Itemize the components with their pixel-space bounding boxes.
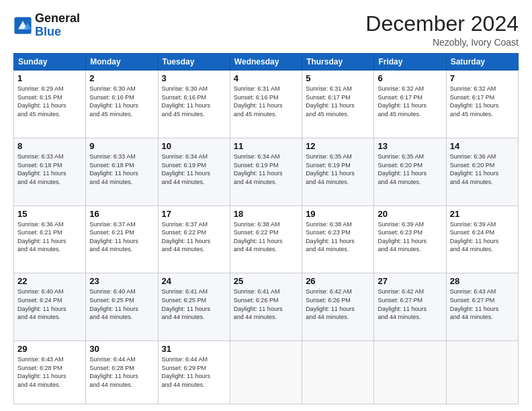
day-number: 11 (234, 141, 298, 151)
table-row: 10Sunrise: 6:34 AM Sunset: 6:19 PM Dayli… (158, 138, 230, 205)
day-number: 5 (306, 73, 370, 83)
day-info: Sunrise: 6:42 AM Sunset: 6:27 PM Dayligh… (378, 287, 442, 321)
col-saturday: Saturday (446, 54, 518, 71)
day-number: 10 (162, 141, 226, 151)
day-info: Sunrise: 6:36 AM Sunset: 6:20 PM Dayligh… (450, 152, 515, 186)
col-monday: Monday (86, 54, 158, 71)
day-info: Sunrise: 6:29 AM Sunset: 6:15 PM Dayligh… (17, 85, 82, 118)
table-row: 26Sunrise: 6:42 AM Sunset: 6:26 PM Dayli… (302, 273, 374, 341)
day-number: 19 (306, 209, 370, 219)
day-number: 28 (450, 276, 515, 286)
day-info: Sunrise: 6:40 AM Sunset: 6:25 PM Dayligh… (89, 287, 154, 321)
day-info: Sunrise: 6:37 AM Sunset: 6:21 PM Dayligh… (89, 220, 154, 254)
table-row (230, 341, 302, 404)
day-info: Sunrise: 6:41 AM Sunset: 6:26 PM Dayligh… (234, 287, 298, 321)
day-number: 4 (234, 73, 298, 83)
col-thursday: Thursday (302, 54, 374, 71)
table-row: 31Sunrise: 6:44 AM Sunset: 6:29 PM Dayli… (158, 341, 230, 404)
calendar-page: General Blue December 2024 Nezobly, Ivor… (0, 0, 532, 411)
day-number: 18 (234, 209, 298, 219)
day-number: 29 (17, 344, 82, 354)
table-row: 4Sunrise: 6:31 AM Sunset: 6:16 PM Daylig… (230, 71, 302, 138)
day-number: 12 (306, 141, 370, 151)
title-area: December 2024 Nezobly, Ivory Coast (365, 12, 519, 48)
table-row: 13Sunrise: 6:35 AM Sunset: 6:20 PM Dayli… (374, 138, 446, 205)
day-number: 27 (378, 276, 442, 286)
month-title: December 2024 (365, 12, 519, 36)
day-number: 24 (162, 276, 226, 286)
day-info: Sunrise: 6:38 AM Sunset: 6:22 PM Dayligh… (234, 220, 298, 254)
table-row: 9Sunrise: 6:33 AM Sunset: 6:18 PM Daylig… (86, 138, 158, 205)
day-number: 15 (17, 209, 82, 219)
day-number: 17 (162, 209, 226, 219)
day-info: Sunrise: 6:39 AM Sunset: 6:23 PM Dayligh… (378, 220, 442, 254)
table-row: 2Sunrise: 6:30 AM Sunset: 6:16 PM Daylig… (86, 71, 158, 138)
table-row (374, 341, 446, 404)
day-info: Sunrise: 6:36 AM Sunset: 6:21 PM Dayligh… (17, 220, 82, 254)
table-row: 24Sunrise: 6:41 AM Sunset: 6:25 PM Dayli… (158, 273, 230, 341)
day-number: 7 (450, 73, 515, 83)
day-number: 8 (17, 141, 82, 151)
table-row: 18Sunrise: 6:38 AM Sunset: 6:22 PM Dayli… (230, 205, 302, 273)
day-info: Sunrise: 6:40 AM Sunset: 6:24 PM Dayligh… (17, 287, 82, 321)
day-number: 26 (306, 276, 370, 286)
day-number: 30 (89, 344, 154, 354)
table-row: 28Sunrise: 6:43 AM Sunset: 6:27 PM Dayli… (446, 273, 518, 341)
day-number: 1 (17, 73, 82, 83)
day-number: 14 (450, 141, 515, 151)
table-row: 1Sunrise: 6:29 AM Sunset: 6:15 PM Daylig… (14, 71, 86, 138)
day-number: 9 (89, 141, 154, 151)
table-row: 27Sunrise: 6:42 AM Sunset: 6:27 PM Dayli… (374, 273, 446, 341)
table-row: 15Sunrise: 6:36 AM Sunset: 6:21 PM Dayli… (14, 205, 86, 273)
day-info: Sunrise: 6:30 AM Sunset: 6:16 PM Dayligh… (89, 85, 154, 118)
table-row: 3Sunrise: 6:30 AM Sunset: 6:16 PM Daylig… (158, 71, 230, 138)
day-number: 2 (89, 73, 154, 83)
day-number: 21 (450, 209, 515, 219)
logo-icon (13, 16, 32, 35)
table-row: 12Sunrise: 6:35 AM Sunset: 6:19 PM Dayli… (302, 138, 374, 205)
day-info: Sunrise: 6:44 AM Sunset: 6:28 PM Dayligh… (89, 355, 154, 389)
table-row: 21Sunrise: 6:39 AM Sunset: 6:24 PM Dayli… (446, 205, 518, 273)
calendar-table: Sunday Monday Tuesday Wednesday Thursday… (13, 53, 519, 404)
table-row: 14Sunrise: 6:36 AM Sunset: 6:20 PM Dayli… (446, 138, 518, 205)
day-info: Sunrise: 6:42 AM Sunset: 6:26 PM Dayligh… (306, 287, 370, 321)
table-row: 29Sunrise: 6:43 AM Sunset: 6:28 PM Dayli… (14, 341, 86, 404)
day-info: Sunrise: 6:35 AM Sunset: 6:19 PM Dayligh… (306, 152, 370, 186)
day-info: Sunrise: 6:38 AM Sunset: 6:23 PM Dayligh… (306, 220, 370, 254)
logo: General Blue (13, 12, 80, 39)
table-row (446, 341, 518, 404)
day-info: Sunrise: 6:33 AM Sunset: 6:18 PM Dayligh… (89, 152, 154, 186)
table-row: 11Sunrise: 6:34 AM Sunset: 6:19 PM Dayli… (230, 138, 302, 205)
col-wednesday: Wednesday (230, 54, 302, 71)
day-info: Sunrise: 6:32 AM Sunset: 6:17 PM Dayligh… (378, 85, 442, 118)
day-info: Sunrise: 6:44 AM Sunset: 6:29 PM Dayligh… (162, 355, 226, 389)
day-number: 6 (378, 73, 442, 83)
day-info: Sunrise: 6:32 AM Sunset: 6:17 PM Dayligh… (450, 85, 515, 118)
day-info: Sunrise: 6:30 AM Sunset: 6:16 PM Dayligh… (162, 85, 226, 118)
day-number: 23 (89, 276, 154, 286)
day-info: Sunrise: 6:31 AM Sunset: 6:16 PM Dayligh… (234, 85, 298, 118)
calendar-header-row: Sunday Monday Tuesday Wednesday Thursday… (14, 54, 519, 71)
day-number: 22 (17, 276, 82, 286)
day-number: 25 (234, 276, 298, 286)
day-info: Sunrise: 6:39 AM Sunset: 6:24 PM Dayligh… (450, 220, 515, 254)
table-row: 16Sunrise: 6:37 AM Sunset: 6:21 PM Dayli… (86, 205, 158, 273)
table-row: 17Sunrise: 6:37 AM Sunset: 6:22 PM Dayli… (158, 205, 230, 273)
page-header: General Blue December 2024 Nezobly, Ivor… (13, 12, 519, 48)
table-row: 6Sunrise: 6:32 AM Sunset: 6:17 PM Daylig… (374, 71, 446, 138)
day-info: Sunrise: 6:43 AM Sunset: 6:27 PM Dayligh… (450, 287, 515, 321)
day-number: 16 (89, 209, 154, 219)
day-number: 20 (378, 209, 442, 219)
col-sunday: Sunday (14, 54, 86, 71)
day-info: Sunrise: 6:41 AM Sunset: 6:25 PM Dayligh… (162, 287, 226, 321)
table-row: 20Sunrise: 6:39 AM Sunset: 6:23 PM Dayli… (374, 205, 446, 273)
day-info: Sunrise: 6:37 AM Sunset: 6:22 PM Dayligh… (162, 220, 226, 254)
table-row (302, 341, 374, 404)
logo-text: General Blue (35, 12, 80, 39)
table-row: 22Sunrise: 6:40 AM Sunset: 6:24 PM Dayli… (14, 273, 86, 341)
location: Nezobly, Ivory Coast (365, 37, 519, 48)
col-friday: Friday (374, 54, 446, 71)
day-info: Sunrise: 6:33 AM Sunset: 6:18 PM Dayligh… (17, 152, 82, 186)
day-info: Sunrise: 6:34 AM Sunset: 6:19 PM Dayligh… (234, 152, 298, 186)
table-row: 19Sunrise: 6:38 AM Sunset: 6:23 PM Dayli… (302, 205, 374, 273)
